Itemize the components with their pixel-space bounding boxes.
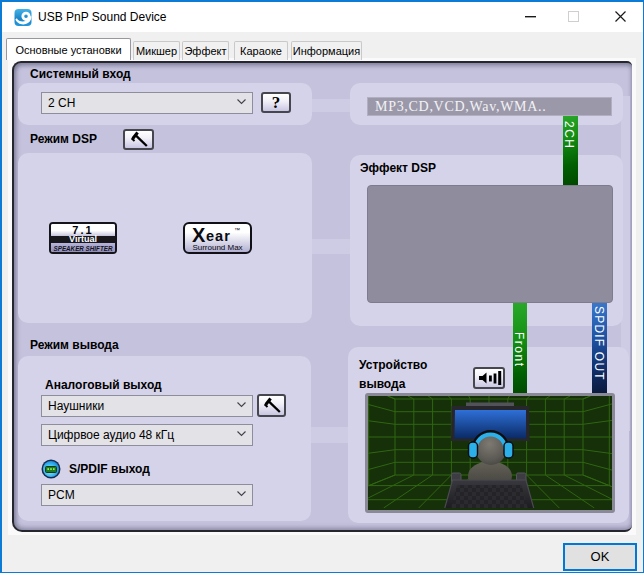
svg-text:Surround Max: Surround Max bbox=[192, 243, 242, 252]
svg-text:SPEAKER SHIFTER: SPEAKER SHIFTER bbox=[54, 244, 113, 253]
svg-text:™: ™ bbox=[234, 227, 240, 233]
